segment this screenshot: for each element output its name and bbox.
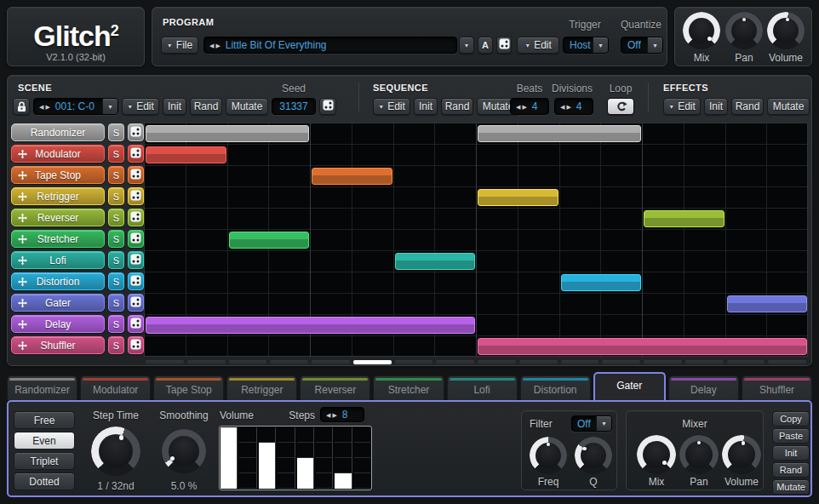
solo-button[interactable]: S — [108, 272, 124, 290]
program-random-button[interactable] — [496, 37, 512, 54]
track-header-gater[interactable]: Gater — [11, 294, 105, 312]
divisions-stepper[interactable]: ◀▶ 4 — [554, 98, 593, 115]
scene-rand-button[interactable]: Rand — [190, 98, 222, 115]
track-random-button[interactable] — [128, 272, 144, 290]
track-random-button[interactable] — [128, 294, 144, 312]
sequence-block-lofi[interactable] — [395, 253, 476, 270]
program-file-button[interactable]: ▼File — [161, 37, 198, 54]
filter-freq-knob[interactable] — [530, 437, 567, 474]
track-random-button[interactable] — [128, 209, 144, 226]
sequence-block-modulator[interactable] — [146, 146, 226, 163]
program-selector[interactable]: ◀▶ Little Bit Of Everything — [203, 37, 457, 54]
volume-step-slider[interactable] — [354, 427, 370, 489]
effects-rand-button[interactable]: Rand — [731, 98, 764, 115]
mixer-mix-knob[interactable] — [637, 435, 676, 474]
prev-next-icons[interactable]: ◀▶ — [209, 43, 222, 49]
sequence-block-distortion[interactable] — [561, 274, 642, 291]
caret-down-icon[interactable]: ▼ — [593, 37, 608, 53]
tab-modulator[interactable]: Modulator — [80, 375, 151, 400]
move-icon[interactable] — [18, 213, 27, 222]
volume-step-slider[interactable] — [297, 427, 314, 489]
track-header-reverser[interactable]: Reverser — [11, 209, 105, 226]
track-header-randomizer[interactable]: Randomizer — [11, 123, 105, 141]
track-header-shuffler[interactable]: Shuffler — [11, 336, 105, 354]
effects-edit-button[interactable]: ▼Edit — [663, 98, 701, 115]
scene-init-button[interactable]: Init — [163, 98, 186, 115]
mixer-pan-knob[interactable] — [679, 435, 719, 474]
sequencer-grid[interactable] — [144, 123, 808, 357]
solo-button[interactable]: S — [108, 145, 124, 163]
program-dropdown-button[interactable]: ▼ — [459, 37, 474, 54]
program-rename-button[interactable]: A — [478, 37, 493, 54]
solo-button[interactable]: S — [108, 294, 124, 312]
track-header-modulator[interactable]: Modulator — [11, 145, 105, 163]
rand-button[interactable]: Rand — [772, 462, 810, 478]
track-random-button[interactable] — [128, 336, 144, 354]
tab-stretcher[interactable]: Stretcher — [373, 375, 444, 400]
solo-button[interactable]: S — [108, 230, 124, 248]
tab-shuffler[interactable]: Shuffler — [742, 375, 812, 400]
volume-step-slider[interactable] — [220, 427, 238, 489]
caret-down-icon[interactable]: ▼ — [596, 416, 611, 431]
beats-stepper[interactable]: ◀▶ 4 — [510, 98, 549, 115]
sequence-block-delay[interactable] — [146, 317, 475, 334]
filter-q-knob[interactable] — [575, 437, 612, 474]
move-icon[interactable] — [18, 192, 27, 201]
mutate-button[interactable]: Mutate — [772, 479, 810, 495]
master-pan-knob[interactable] — [725, 12, 763, 49]
mode-button-even[interactable]: Even — [14, 432, 75, 450]
move-icon[interactable] — [18, 341, 27, 350]
sequence-block-randomizer[interactable] — [478, 125, 641, 142]
track-random-button[interactable] — [128, 123, 144, 141]
tab-distortion[interactable]: Distortion — [520, 375, 591, 400]
track-header-retrigger[interactable]: Retrigger — [11, 187, 105, 205]
volume-step-slider[interactable] — [316, 427, 333, 489]
solo-button[interactable]: S — [108, 187, 124, 205]
trigger-select[interactable]: Host ▼ — [563, 37, 609, 54]
effects-mutate-button[interactable]: Mutate — [767, 98, 810, 115]
caret-down-icon[interactable]: ▼ — [102, 99, 117, 114]
solo-button[interactable]: S — [108, 209, 124, 226]
move-icon[interactable] — [18, 170, 27, 180]
move-icon[interactable] — [18, 149, 27, 158]
init-button[interactable]: Init — [772, 445, 810, 461]
steps-stepper[interactable]: ◀▶ 8 — [320, 407, 364, 422]
move-icon[interactable] — [18, 319, 27, 329]
mixer-volume-knob[interactable] — [722, 435, 761, 474]
prev-next-icons[interactable]: ◀▶ — [326, 412, 339, 418]
mode-button-dotted[interactable]: Dotted — [14, 472, 75, 490]
volume-step-slider[interactable] — [239, 427, 256, 489]
paste-button[interactable]: Paste — [772, 428, 810, 444]
loop-toggle-button[interactable] — [607, 98, 634, 115]
mode-button-triplet[interactable]: Triplet — [14, 452, 75, 470]
sequence-block-randomizer[interactable] — [146, 125, 309, 142]
smoothing-knob[interactable] — [162, 429, 206, 473]
solo-button[interactable]: S — [108, 336, 124, 354]
prev-next-icons[interactable]: ◀▶ — [516, 104, 529, 110]
track-header-lofi[interactable]: Lofi — [11, 251, 105, 269]
track-header-delay[interactable]: Delay — [11, 315, 105, 333]
track-header-distortion[interactable]: Distortion — [11, 272, 105, 290]
tab-delay[interactable]: Delay — [668, 375, 739, 400]
track-random-button[interactable] — [128, 187, 144, 205]
quantize-select[interactable]: Off ▼ — [621, 37, 663, 54]
sequence-block-retrigger[interactable] — [478, 189, 558, 206]
seed-random-button[interactable] — [319, 98, 336, 115]
tab-tape-stop[interactable]: Tape Stop — [153, 375, 224, 400]
track-random-button[interactable] — [128, 230, 144, 248]
step-time-knob[interactable] — [91, 427, 140, 476]
solo-button[interactable]: S — [108, 123, 124, 141]
volume-step-slider[interactable] — [278, 427, 295, 489]
filter-select[interactable]: Off ▼ — [571, 415, 612, 432]
move-icon[interactable] — [18, 298, 27, 307]
sequence-block-tape-stop[interactable] — [312, 168, 392, 185]
track-random-button[interactable] — [128, 251, 144, 269]
master-mix-knob[interactable] — [683, 12, 720, 49]
solo-button[interactable]: S — [108, 166, 124, 184]
tab-randomizer[interactable]: Randomizer — [7, 375, 77, 400]
sequence-rand-button[interactable]: Rand — [441, 98, 473, 115]
track-random-button[interactable] — [128, 166, 144, 184]
move-icon[interactable] — [18, 234, 27, 243]
sequence-block-stretcher[interactable] — [229, 232, 310, 249]
solo-button[interactable]: S — [108, 251, 124, 269]
